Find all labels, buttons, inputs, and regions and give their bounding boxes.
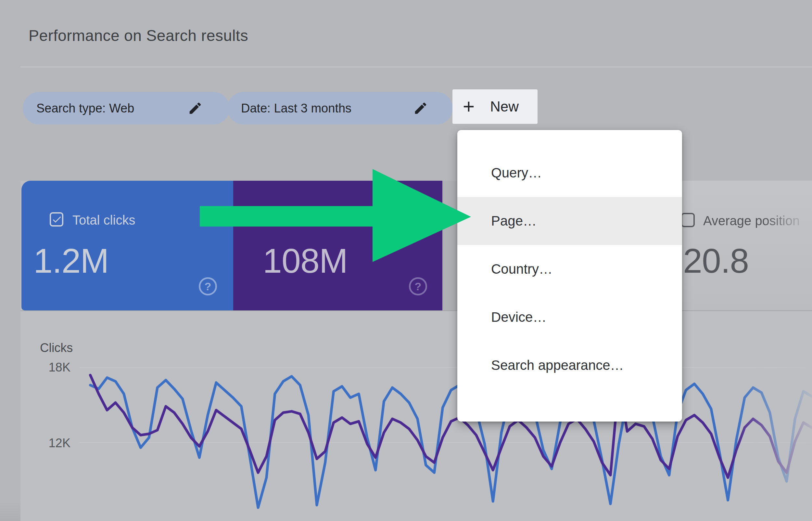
menu-item-label: Query… [491, 165, 542, 181]
menu-item-label: Device… [491, 310, 546, 325]
y-tick-18k: 18K [19, 360, 70, 375]
menu-item-label: Search appearance… [491, 358, 624, 373]
average-position-checkbox[interactable] [681, 213, 695, 227]
menu-item-country[interactable]: Country… [457, 245, 682, 293]
new-filter-dropdown-menu: Query… Page… Country… Device… Search app… [457, 130, 682, 422]
average-position-value: 20.8 [683, 241, 749, 280]
menu-item-device[interactable]: Device… [457, 293, 682, 341]
date-range-chip[interactable]: Date: Last 3 months [228, 92, 453, 124]
help-icon[interactable]: ? [199, 277, 217, 295]
menu-item-query[interactable]: Query… [457, 149, 682, 197]
menu-item-label: Page… [491, 213, 536, 229]
page-title: Performance on Search results [29, 27, 248, 45]
help-icon[interactable]: ? [409, 277, 427, 295]
plus-icon [460, 98, 477, 115]
y-tick-12k: 12K [19, 436, 70, 450]
question-mark: ? [205, 280, 211, 293]
total-clicks-value: 1.2M [33, 241, 109, 280]
menu-item-label: Country… [491, 261, 552, 277]
search-type-chip[interactable]: Search type: Web [23, 92, 230, 124]
cards-divider [21, 310, 812, 311]
checkmark-icon [51, 214, 62, 225]
menu-item-search-appearance[interactable]: Search appearance… [457, 341, 682, 389]
date-range-chip-label: Date: Last 3 months [241, 101, 352, 115]
chart-y-axis-title: Clicks [40, 341, 73, 355]
chart-right-fade [734, 325, 812, 521]
edit-pencil-icon[interactable] [413, 101, 428, 116]
green-arrow-annotation [198, 162, 474, 267]
total-clicks-label: Total clicks [72, 213, 135, 227]
menu-item-page[interactable]: Page… [457, 197, 682, 245]
total-clicks-checkbox[interactable] [50, 212, 63, 227]
question-mark: ? [415, 280, 422, 293]
edit-pencil-icon[interactable] [188, 101, 203, 116]
header-divider [21, 67, 812, 67]
new-filter-button[interactable]: New [452, 89, 538, 124]
average-position-label: Average position [703, 213, 812, 228]
search-type-chip-label: Search type: Web [37, 101, 134, 115]
new-button-label: New [490, 98, 519, 115]
